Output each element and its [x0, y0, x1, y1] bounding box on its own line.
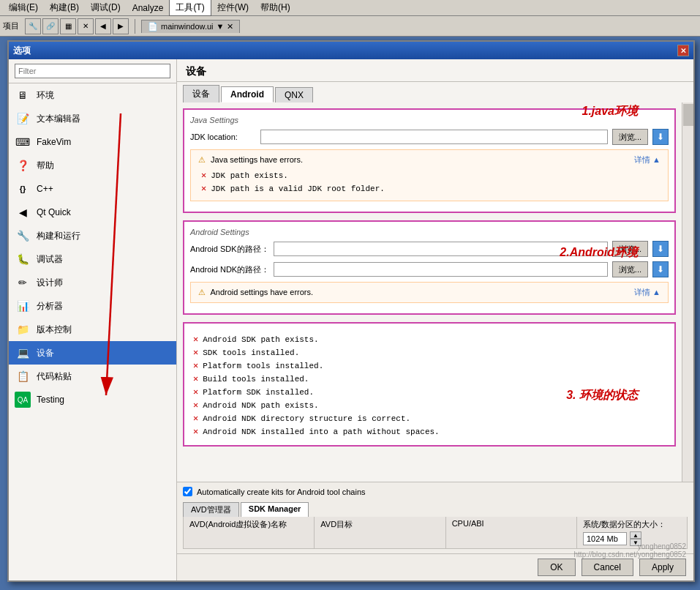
devices-icon: 💻 — [15, 345, 31, 361]
tab-qnx[interactable]: QNX — [275, 87, 313, 102]
android-details-link[interactable]: 详情 ▲ — [634, 287, 661, 298]
sidebar-item-build-run[interactable]: 🔧 构建和运行 — [9, 224, 176, 247]
avd-table-header: AVD(Android虚拟设备)名称 AVD目标 CPU/ABI 系统/数据分区… — [183, 517, 688, 549]
ndk-path-row: Android NDK的路径： 浏览... ⬇ — [190, 261, 669, 277]
toolbar-file-tab[interactable]: 📄 mainwindow.ui ▼ ✕ — [141, 20, 240, 33]
java-error-msg: Java settings have errors. — [211, 155, 303, 164]
avd-col-name: AVD(Android虚拟设备)名称 — [184, 517, 315, 548]
sidebar-item-qtquick-label: Qt Quick — [37, 207, 71, 217]
status-x-5: ✕ — [193, 400, 198, 411]
avd-size-input[interactable] — [583, 532, 627, 545]
help-icon: ❓ — [15, 157, 31, 173]
sidebar-item-designer[interactable]: ✏ 设计师 — [9, 271, 176, 294]
toolbar-close-btn[interactable]: ✕ — [78, 18, 94, 34]
sidebar-item-version-control[interactable]: 📁 版本控制 — [9, 318, 176, 341]
cancel-button[interactable]: Cancel — [582, 559, 633, 576]
auto-create-kits-checkbox[interactable] — [183, 487, 192, 496]
avd-size-control: ▲ ▼ — [583, 531, 681, 546]
sidebar-filter-area — [9, 59, 176, 83]
sdk-download-button[interactable]: ⬇ — [652, 241, 669, 257]
ndk-input[interactable] — [274, 262, 608, 277]
avd-size-up[interactable]: ▲ — [630, 531, 641, 539]
toolbar-grid-btn[interactable]: ▦ — [60, 18, 76, 34]
scrollbar-thumb[interactable] — [683, 104, 693, 126]
content-scrollbar[interactable] — [682, 102, 693, 482]
tab-android[interactable]: Android — [221, 86, 274, 102]
menu-build[interactable]: 构建(B) — [44, 0, 85, 15]
status-item-7: ✕ Android NDK installed into a path with… — [193, 426, 669, 437]
sdk-input[interactable] — [274, 242, 608, 256]
toolbar-file-dropdown[interactable]: ▼ — [217, 22, 225, 31]
status-text-1: SDK tools installed. — [203, 348, 299, 357]
sidebar-item-testing-label: Testing — [37, 395, 64, 405]
sidebar-item-fakevim-label: FakeVim — [37, 137, 71, 147]
menu-analyze[interactable]: Analyze — [127, 1, 170, 15]
android-error-msg: Android settings have errors. — [210, 288, 313, 296]
android-error-header: ⚠ Android settings have errors. 详情 ▲ — [198, 287, 661, 298]
jdk-location-row: JDK location: 浏览... ⬇ — [190, 129, 669, 145]
dialog-close-button[interactable]: ✕ — [677, 45, 689, 56]
sidebar-filter-input[interactable] — [15, 64, 170, 78]
menu-debug[interactable]: 调试(D) — [85, 0, 127, 15]
status-section: ✕ Android SDK path exists. ✕ SDK tools i… — [183, 322, 676, 447]
avd-col-cpu: CPU/ABI — [446, 517, 577, 548]
dialog-body: 🖥 环境 📝 文本编辑器 ⌨ FakeVim ❓ 帮助 {} C++ — [9, 59, 693, 580]
build-run-icon: 🔧 — [15, 228, 31, 244]
sidebar-item-analyzer[interactable]: 📊 分析器 — [9, 294, 176, 318]
java-error-list: ✕ JDK path exists. ✕ JDK path is a valid… — [198, 170, 661, 194]
toolbar-filter-btn[interactable]: 🔧 — [25, 18, 41, 34]
analyzer-icon: 📊 — [15, 298, 31, 314]
content-title: 设备 — [177, 59, 693, 82]
jdk-download-button[interactable]: ⬇ — [652, 129, 669, 145]
avd-size-label: 系统/数据分区的大小： — [583, 519, 681, 530]
status-x-1: ✕ — [193, 347, 198, 358]
tabs-bar: 设备 Android QNX — [177, 82, 693, 102]
ndk-download-button[interactable]: ⬇ — [652, 261, 669, 277]
sdk-browse-button[interactable]: 浏览... — [612, 241, 648, 257]
avd-manager-tab[interactable]: AVD管理器 — [183, 502, 239, 517]
sdk-manager-tab[interactable]: SDK Manager — [241, 502, 309, 517]
menu-help[interactable]: 帮助(H) — [255, 0, 296, 15]
designer-icon: ✏ — [15, 275, 31, 291]
menu-edit[interactable]: 编辑(E) — [3, 0, 44, 15]
toolbar-file-close[interactable]: ✕ — [227, 22, 233, 31]
avd-col-target: AVD目标 — [315, 517, 445, 548]
status-x-7: ✕ — [193, 426, 198, 437]
sidebar-item-help[interactable]: ❓ 帮助 — [9, 154, 176, 177]
sidebar-item-testing[interactable]: QA Testing — [9, 388, 176, 411]
status-text-4: Platform SDK installed. — [203, 388, 314, 397]
sidebar-item-qtquick[interactable]: ◀ Qt Quick — [9, 201, 176, 224]
avd-size-spinner[interactable]: ▲ ▼ — [630, 531, 641, 546]
avd-size-down[interactable]: ▼ — [630, 539, 641, 546]
sdk-path-row: Android SDK的路径： 浏览... ⬇ — [190, 241, 669, 257]
content-area: 设备 设备 Android QNX 1.java环境 Java Settings… — [177, 59, 693, 580]
apply-button[interactable]: Apply — [639, 559, 686, 576]
toolbar-link-btn[interactable]: 🔗 — [42, 18, 59, 34]
tab-devices[interactable]: 设备 — [183, 85, 219, 102]
bottom-area: Automatically create kits for Android to… — [177, 482, 693, 553]
sidebar-item-devices[interactable]: 💻 设备 — [9, 341, 176, 365]
avd-col-size: 系统/数据分区的大小： ▲ ▼ — [577, 517, 687, 548]
sidebar-item-code-paste[interactable]: 📋 代码粘贴 — [9, 365, 176, 388]
sidebar-item-debugger[interactable]: 🐛 调试器 — [9, 247, 176, 271]
menu-controls[interactable]: 控件(W) — [211, 0, 255, 15]
sidebar-items-list: 🖥 环境 📝 文本编辑器 ⌨ FakeVim ❓ 帮助 {} C++ — [9, 83, 176, 580]
java-section-title: Java Settings — [190, 116, 669, 124]
sidebar-item-environment[interactable]: 🖥 环境 — [9, 83, 176, 107]
jdk-browse-button[interactable]: 浏览... — [612, 129, 648, 145]
jdk-input[interactable] — [260, 130, 608, 144]
sidebar-item-fakevim[interactable]: ⌨ FakeVim — [9, 130, 176, 154]
ndk-browse-button[interactable]: 浏览... — [612, 261, 648, 277]
toolbar-back-btn[interactable]: ◀ — [95, 18, 111, 34]
menu-tools[interactable]: 工具(T) — [169, 0, 211, 16]
ndk-label: Android NDK的路径： — [190, 264, 269, 275]
sidebar-item-cpp-label: C++ — [37, 184, 53, 194]
sidebar-item-environment-label: 环境 — [37, 89, 54, 102]
ok-button[interactable]: OK — [538, 559, 575, 576]
java-details-link[interactable]: 详情 ▲ — [634, 154, 661, 165]
sidebar-item-cpp[interactable]: {} C++ — [9, 177, 176, 201]
status-error-list: ✕ Android SDK path exists. ✕ SDK tools i… — [190, 334, 669, 437]
java-error-text-0: JDK path exists. — [211, 171, 288, 180]
toolbar-forward-btn[interactable]: ▶ — [113, 18, 129, 34]
sidebar-item-text-editor[interactable]: 📝 文本编辑器 — [9, 107, 176, 130]
